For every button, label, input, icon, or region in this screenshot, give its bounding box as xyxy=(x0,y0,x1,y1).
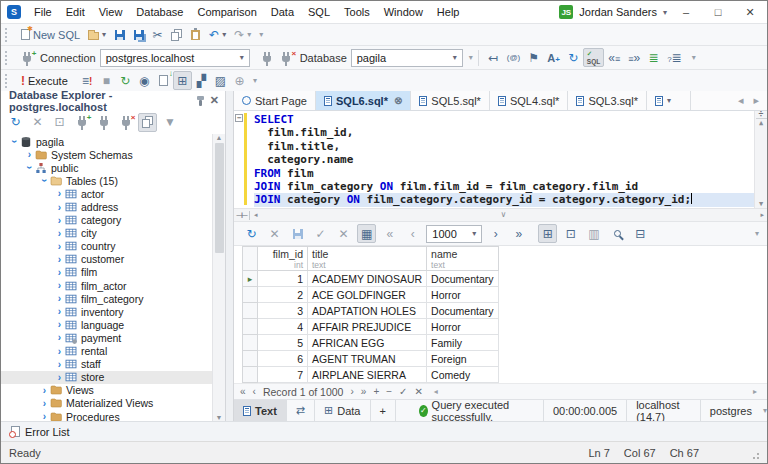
scrollbar-thumb[interactable] xyxy=(215,143,224,253)
user-menu-chevron-icon[interactable]: ▾ xyxy=(663,8,667,17)
chevron-icon[interactable]: › xyxy=(54,188,65,199)
find-in-grid-button[interactable] xyxy=(608,224,627,243)
maximize-button[interactable]: □ xyxy=(705,6,731,18)
table-row[interactable]: 5AFRICAN EGGFamily xyxy=(243,335,499,351)
cell[interactable]: AFRICAN EGG xyxy=(308,335,427,351)
results-cancel-button[interactable]: ✕ xyxy=(265,224,284,243)
chevron-icon[interactable]: › xyxy=(39,411,50,421)
parameters-button[interactable]: (@) xyxy=(503,48,524,67)
scroll-up-icon[interactable]: ▲ xyxy=(216,134,223,141)
code-line-4[interactable]: category.name xyxy=(254,153,754,166)
explorer-filter-button[interactable]: ▼ xyxy=(160,113,180,132)
cell[interactable]: Horror xyxy=(427,287,498,303)
editor-toolbar-overflow-chevron-icon[interactable]: ▾ xyxy=(692,53,696,62)
cell[interactable]: 7 xyxy=(258,367,308,383)
tree-item-inventory[interactable]: ›inventory xyxy=(1,305,212,318)
new-connection-button[interactable]: + xyxy=(17,48,36,67)
explorer-duplicate-button[interactable] xyxy=(138,113,157,132)
copy-button[interactable] xyxy=(167,25,186,44)
open-file-button[interactable]: ▾ xyxy=(84,25,110,44)
chevron-icon[interactable]: › xyxy=(54,215,65,226)
first-record-icon[interactable]: « xyxy=(240,386,246,397)
chevron-icon[interactable]: › xyxy=(39,385,50,396)
disconnect-button[interactable]: × xyxy=(277,48,296,67)
collapse-panel-chevron-icon[interactable]: ∨ xyxy=(501,210,507,219)
explorer-close-icon[interactable]: ✕ xyxy=(210,94,219,107)
tree-item-store[interactable]: ›store xyxy=(1,371,212,384)
chevron-icon[interactable]: › xyxy=(54,228,65,239)
database-overflow-chevron-icon[interactable]: ▾ xyxy=(469,53,473,62)
editor-horizontal-scrollbar[interactable]: ⊣⊢ ◂ ∨ ▸ xyxy=(234,208,767,221)
add-rows-button[interactable]: ⊞+ xyxy=(173,71,192,90)
column-visibility-button[interactable]: ▥ xyxy=(584,224,603,243)
grid-horizontal-scrollbar[interactable]: ◂▸ xyxy=(430,387,761,396)
redo-button[interactable]: ↷▾ xyxy=(230,25,255,44)
table-row[interactable]: 2ACE GOLDFINGERHorror xyxy=(243,287,499,303)
save-button[interactable] xyxy=(110,25,129,44)
indent-increase-button[interactable]: ≡» xyxy=(624,48,644,67)
tree-item-staff[interactable]: ›staff xyxy=(1,358,212,371)
tree-item-views[interactable]: ›Views xyxy=(1,384,212,397)
save-all-button[interactable] xyxy=(129,25,148,44)
explorer-delete-button[interactable]: ✕ xyxy=(28,113,47,132)
chevron-icon[interactable]: › xyxy=(54,254,65,265)
append-record-icon[interactable]: + xyxy=(373,386,379,397)
tree-item-film-category[interactable]: ›film_category xyxy=(1,292,212,305)
text-view-tab[interactable]: Text xyxy=(234,400,287,421)
editor-vertical-scrollbar[interactable]: ÷ ▲ ▼ xyxy=(754,111,767,208)
data-view-tab[interactable]: ⊞Data xyxy=(315,400,370,421)
tree-item-procedures[interactable]: ›Procedures xyxy=(1,410,212,421)
chevron-icon[interactable]: › xyxy=(9,136,20,147)
user-avatar[interactable]: JS xyxy=(559,5,573,19)
explorer-disconnect-button[interactable]: × xyxy=(116,113,135,132)
delete-record-icon[interactable]: − xyxy=(386,386,392,397)
chevron-icon[interactable]: › xyxy=(39,175,50,186)
column-header-title[interactable]: titletext xyxy=(308,247,427,271)
scroll-up-icon[interactable]: ▲ xyxy=(759,119,763,127)
resize-grip[interactable] xyxy=(753,453,759,459)
cell[interactable]: Documentary xyxy=(427,303,498,319)
stop-button[interactable]: ■ xyxy=(97,71,116,90)
menu-view[interactable]: View xyxy=(92,3,130,21)
chevron-icon[interactable]: › xyxy=(54,293,65,304)
bottom-bar-chevron-icon[interactable]: ▾ xyxy=(763,406,767,415)
scroll-right-icon[interactable]: ▸ xyxy=(753,387,757,396)
last-record-icon[interactable]: » xyxy=(361,386,367,397)
toolbar-grip[interactable] xyxy=(5,51,10,65)
execution-history-button[interactable]: ↻ xyxy=(116,71,135,90)
code-line-5[interactable]: FROM film xyxy=(254,167,754,180)
toolbar-overflow-chevron-icon[interactable]: ▾ xyxy=(259,30,263,39)
grid-view-button[interactable]: ⊞ xyxy=(538,224,557,243)
post-edit-icon[interactable]: ✓ xyxy=(399,386,407,397)
tree-item-film-actor[interactable]: ›film_actor xyxy=(1,279,212,292)
cut-button[interactable]: ✂ xyxy=(148,25,167,44)
menu-help[interactable]: Help xyxy=(430,3,467,21)
format-sql-button[interactable]: ✓SQL xyxy=(583,48,604,67)
execute-toolbar-overflow-chevron-icon[interactable]: ▾ xyxy=(253,76,257,85)
sql-editor[interactable]: − SELECT film.film_id, film.title, categ… xyxy=(234,111,767,208)
explorer-refresh-button[interactable]: ↻ xyxy=(6,113,25,132)
tree-item-payment[interactable]: ›payment xyxy=(1,331,212,344)
last-page-button[interactable]: » xyxy=(509,224,528,243)
code-line-3[interactable]: film.title, xyxy=(254,140,754,153)
cell[interactable]: 2 xyxy=(258,287,308,303)
code-area[interactable]: SELECT film.film_id, film.title, categor… xyxy=(247,111,754,208)
paste-button[interactable] xyxy=(186,25,205,44)
plugin-button[interactable]: ⊕ xyxy=(230,71,249,90)
splitter-handle-icon[interactable]: ⊣⊢ xyxy=(234,211,250,220)
chevron-icon[interactable]: › xyxy=(54,346,65,357)
chevron-icon[interactable]: › xyxy=(39,398,50,409)
scroll-down-icon[interactable]: ▼ xyxy=(759,200,763,208)
tree-item-address[interactable]: ›address xyxy=(1,200,212,213)
tab-sql3-sql-[interactable]: SQL3.sql* xyxy=(568,91,647,110)
tab-sql4-sql-[interactable]: SQL4.sql* xyxy=(490,91,569,110)
table-row[interactable]: 3ADAPTATION HOLESDocumentary xyxy=(243,303,499,319)
chevron-icon[interactable]: › xyxy=(24,162,35,173)
split-editor-handle[interactable]: ÷ xyxy=(756,111,767,119)
bookmark-button[interactable]: ⚑ xyxy=(524,48,543,67)
chevron-icon[interactable]: › xyxy=(54,319,65,330)
tab-sql5-sql-[interactable]: SQL5.sql* xyxy=(411,91,490,110)
comment-lines-button[interactable]: ≣ xyxy=(644,48,663,67)
chevron-icon[interactable]: › xyxy=(54,372,65,383)
tree-item-film[interactable]: ›film xyxy=(1,266,212,279)
